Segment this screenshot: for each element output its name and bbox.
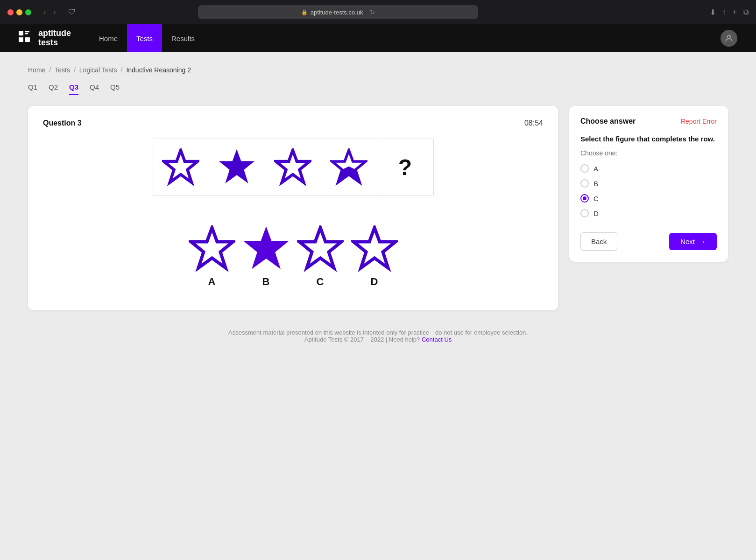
address-bar[interactable]: 🔒 aptitude-tests.co.uk ↻ xyxy=(198,5,478,19)
star-cell-2 xyxy=(209,139,265,195)
footer-contact-link[interactable]: Contact Us xyxy=(422,336,452,343)
traffic-light-yellow[interactable] xyxy=(16,9,22,15)
svg-point-5 xyxy=(728,35,731,38)
next-label: Next xyxy=(680,238,695,245)
browser-chrome: ‹ › 🛡 🔒 aptitude-tests.co.uk ↻ ⬇ ↑ + ⧉ xyxy=(0,0,756,24)
timer: 08:54 xyxy=(524,119,543,127)
reload-icon[interactable]: ↻ xyxy=(370,9,375,16)
svg-marker-7 xyxy=(220,150,254,182)
tab-q3[interactable]: Q3 xyxy=(69,83,78,95)
radio-circle-c xyxy=(580,194,589,203)
answer-panel-header: Choose answer Report Error xyxy=(580,117,717,126)
next-arrow-icon: → xyxy=(699,238,706,245)
answer-b-label: B xyxy=(262,276,270,288)
breadcrumb-home[interactable]: Home xyxy=(28,66,45,74)
question-tabs: Q1 Q2 Q3 Q4 Q5 xyxy=(28,83,728,95)
answer-a-label: A xyxy=(208,276,216,288)
star-cell-4 xyxy=(321,139,377,195)
tab-q2[interactable]: Q2 xyxy=(49,83,58,95)
radio-label-b: B xyxy=(593,180,598,188)
content-grid: Question 3 08:54 xyxy=(28,106,728,310)
question-card: Question 3 08:54 xyxy=(28,106,558,310)
nav-item-home[interactable]: Home xyxy=(90,24,127,52)
radio-inner-c xyxy=(583,196,586,200)
footer: Assessment material presented on this we… xyxy=(28,310,728,352)
answer-options-visual: A B C xyxy=(43,225,543,288)
tab-q5[interactable]: Q5 xyxy=(110,83,120,95)
svg-rect-3 xyxy=(19,37,23,42)
breadcrumb-sep-1: / xyxy=(49,66,51,74)
radio-label-d: D xyxy=(593,210,599,217)
tab-q4[interactable]: Q4 xyxy=(90,83,99,95)
panel-actions: Back Next → xyxy=(580,232,717,251)
breadcrumb-logical-tests[interactable]: Logical Tests xyxy=(79,66,117,74)
star-cell-5: ? xyxy=(377,139,433,195)
svg-rect-0 xyxy=(19,31,23,35)
svg-rect-4 xyxy=(25,37,30,42)
question-title: Question 3 xyxy=(43,119,82,127)
answer-option-d: D xyxy=(351,225,398,288)
share-icon[interactable]: ↑ xyxy=(722,8,726,16)
radio-option-a[interactable]: A xyxy=(580,164,717,173)
answer-option-a: A xyxy=(189,225,235,288)
logo-icon xyxy=(19,31,34,46)
radio-circle-a xyxy=(580,164,589,173)
back-button[interactable]: Back xyxy=(580,232,617,251)
download-icon[interactable]: ⬇ xyxy=(710,8,716,17)
svg-marker-6 xyxy=(164,150,198,182)
answer-c-label: C xyxy=(317,276,324,288)
forward-arrow-icon[interactable]: › xyxy=(50,7,58,17)
select-prompt: Select the figure that completes the row… xyxy=(580,135,717,143)
next-button[interactable]: Next → xyxy=(669,233,717,250)
svg-marker-13 xyxy=(245,228,287,268)
back-arrow-icon[interactable]: ‹ xyxy=(41,7,49,17)
breadcrumb-tests[interactable]: Tests xyxy=(55,66,70,74)
tab-overview-icon[interactable]: ⧉ xyxy=(743,8,749,16)
answer-panel: Choose answer Report Error Select the fi… xyxy=(569,106,728,262)
star-cell-3 xyxy=(265,139,321,195)
answer-option-b: B xyxy=(243,225,290,288)
app-header: aptitude tests Home Tests Results xyxy=(0,24,756,52)
answer-option-c: C xyxy=(297,225,344,288)
choose-answer-label: Choose answer xyxy=(580,117,636,126)
star-sequence-row: ? xyxy=(153,139,434,196)
browser-actions: ⬇ ↑ + ⧉ xyxy=(710,8,749,17)
new-tab-icon[interactable]: + xyxy=(733,8,737,16)
radio-option-b[interactable]: B xyxy=(580,179,717,188)
footer-copyright: Aptitude Tests © 2017 – 2022 | Need help… xyxy=(37,336,719,343)
traffic-lights xyxy=(7,9,31,15)
star-cell-1 xyxy=(153,139,209,195)
breadcrumb-sep-2: / xyxy=(74,66,76,74)
nav-item-results[interactable]: Results xyxy=(162,24,204,52)
breadcrumb: Home / Tests / Logical Tests / Inductive… xyxy=(28,66,728,74)
footer-disclaimer: Assessment material presented on this we… xyxy=(37,329,719,336)
nav-menu: Home Tests Results xyxy=(90,24,721,52)
main-content: Home / Tests / Logical Tests / Inductive… xyxy=(0,52,756,560)
breadcrumb-sep-3: / xyxy=(121,66,123,74)
logo-text: aptitude tests xyxy=(38,29,71,48)
question-header: Question 3 08:54 xyxy=(43,119,543,127)
shield-icon: 🛡 xyxy=(68,8,76,16)
svg-marker-15 xyxy=(353,228,396,268)
nav-item-tests[interactable]: Tests xyxy=(127,24,162,52)
question-mark: ? xyxy=(398,154,412,180)
radio-label-a: A xyxy=(593,165,598,173)
breadcrumb-current: Inductive Reasoning 2 xyxy=(126,66,191,74)
answer-d-label: D xyxy=(371,276,378,288)
user-avatar[interactable] xyxy=(721,30,737,47)
choose-one-label: Choose one: xyxy=(580,149,717,157)
radio-option-d[interactable]: D xyxy=(580,209,717,217)
browser-nav-arrows: ‹ › xyxy=(41,7,59,17)
tab-q1[interactable]: Q1 xyxy=(28,83,37,95)
traffic-light-green[interactable] xyxy=(25,9,31,15)
svg-marker-8 xyxy=(276,150,310,182)
svg-marker-14 xyxy=(299,228,341,268)
radio-option-c[interactable]: C xyxy=(580,194,717,203)
radio-label-c: C xyxy=(593,195,599,203)
url-text: aptitude-tests.co.uk xyxy=(311,9,363,16)
lock-icon: 🔒 xyxy=(301,9,308,15)
radio-circle-d xyxy=(580,209,589,217)
radio-circle-b xyxy=(580,179,589,188)
traffic-light-red[interactable] xyxy=(7,9,14,15)
report-error-link[interactable]: Report Error xyxy=(681,118,717,125)
